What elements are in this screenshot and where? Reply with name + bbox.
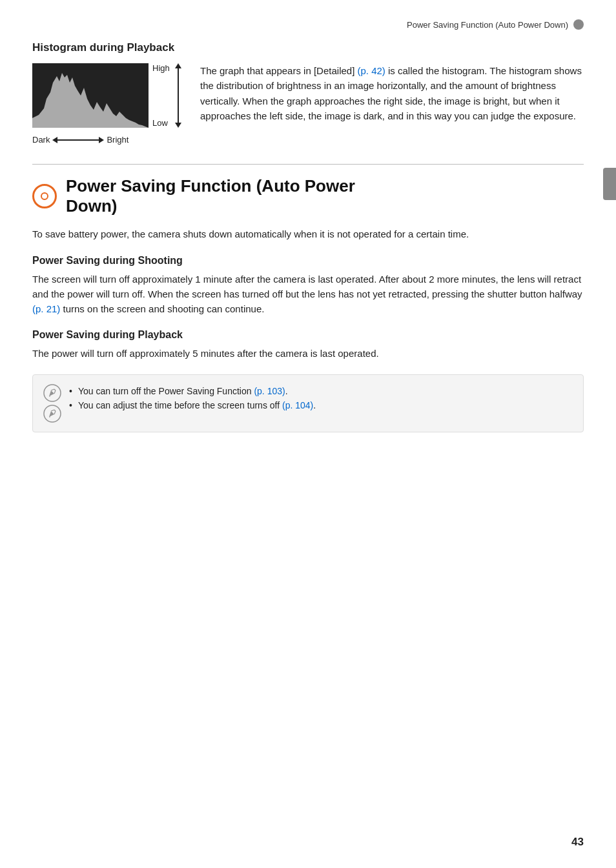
arrow-h-line [57, 139, 99, 141]
vertical-arrow [175, 63, 181, 128]
arrow-head-up [175, 63, 181, 68]
note-item-2: You can adjust the time before the scree… [69, 398, 316, 412]
histogram-graph [32, 63, 149, 130]
note-2-link[interactable]: (p. 104) [282, 400, 313, 410]
histogram-section: Histogram during Playback [32, 41, 584, 145]
note-box: You can turn off the Power Saving Functi… [32, 374, 584, 432]
power-title-line2: Down) [66, 196, 355, 216]
histogram-bottom-labels: Dark Bright [32, 135, 181, 145]
playback-heading: Power Saving during Playback [32, 329, 584, 341]
horizontal-arrow [52, 137, 104, 143]
section-divider [32, 164, 584, 165]
note-icon-1 [43, 384, 61, 402]
arrow-vertical-line [178, 68, 179, 123]
note-1-part1: You can turn off the Power Saving Functi… [78, 386, 254, 396]
note-icon-2 [43, 405, 61, 423]
note-2-text: You can adjust the time before the scree… [78, 400, 316, 410]
playback-text: The power will turn off approximately 5 … [32, 346, 584, 361]
arrow-h-head-right [99, 137, 104, 143]
svg-line-3 [51, 389, 54, 390]
power-main-title: Power Saving Function (Auto Power Down) [66, 176, 355, 216]
svg-line-9 [54, 410, 56, 411]
histogram-graph-area: High Low [32, 63, 181, 130]
dark-label: Dark [32, 135, 50, 145]
arrow-h-head-left [52, 137, 57, 143]
top-header-text: Power Saving Function (Auto Power Down) [407, 20, 568, 30]
power-section: Power Saving Function (Auto Power Down) … [32, 176, 584, 432]
top-header-dot [573, 19, 584, 30]
note-item-1: You can turn off the Power Saving Functi… [69, 384, 316, 398]
shooting-text: The screen will turn off approximately 1… [32, 272, 584, 317]
power-icon-circle [32, 184, 57, 208]
arrow-head-down [175, 123, 181, 128]
note-2-part1: You can adjust the time before the scree… [78, 400, 282, 410]
note-2-part2: . [313, 400, 316, 410]
high-label: High [152, 63, 170, 73]
note-list: You can turn off the Power Saving Functi… [69, 384, 316, 413]
note-1-link[interactable]: (p. 103) [254, 386, 285, 396]
histogram-heading: Histogram during Playback [32, 41, 584, 54]
svg-line-8 [51, 410, 54, 411]
power-icon-inner [41, 192, 48, 200]
top-header: Power Saving Function (Auto Power Down) [32, 19, 584, 30]
histogram-desc-part1: The graph that appears in [Detailed] [200, 65, 358, 76]
low-label: Low [152, 118, 170, 128]
bright-label: Bright [107, 135, 128, 145]
note-1-text: You can turn off the Power Saving Functi… [78, 386, 288, 396]
histogram-diagram: High Low Dark [32, 63, 181, 145]
shooting-heading: Power Saving during Shooting [32, 255, 584, 267]
histogram-description: The graph that appears in [Detailed] (p.… [200, 63, 584, 123]
power-title-line1: Power Saving Function (Auto Power [66, 176, 355, 196]
histogram-content: High Low Dark [32, 63, 584, 145]
svg-line-4 [54, 389, 56, 390]
power-intro: To save battery power, the camera shuts … [32, 227, 584, 241]
page: Power Saving Function (Auto Power Down) … [0, 0, 616, 868]
note-1-part2: . [285, 386, 288, 396]
page-number: 43 [571, 836, 584, 849]
shooting-text-part1: The screen will turn off approximately 1… [32, 274, 582, 299]
svg-line-5 [54, 390, 56, 394]
shooting-text-part2: turns on the screen and shooting can con… [60, 303, 264, 314]
high-low-labels: High Low [152, 63, 181, 128]
histogram-link[interactable]: (p. 42) [358, 65, 385, 76]
high-low-text: High Low [152, 63, 170, 128]
right-tab [603, 168, 616, 200]
shooting-link[interactable]: (p. 21) [32, 303, 60, 314]
note-icon-stack [43, 384, 61, 423]
power-section-header: Power Saving Function (Auto Power Down) [32, 176, 584, 216]
svg-line-10 [54, 411, 56, 414]
